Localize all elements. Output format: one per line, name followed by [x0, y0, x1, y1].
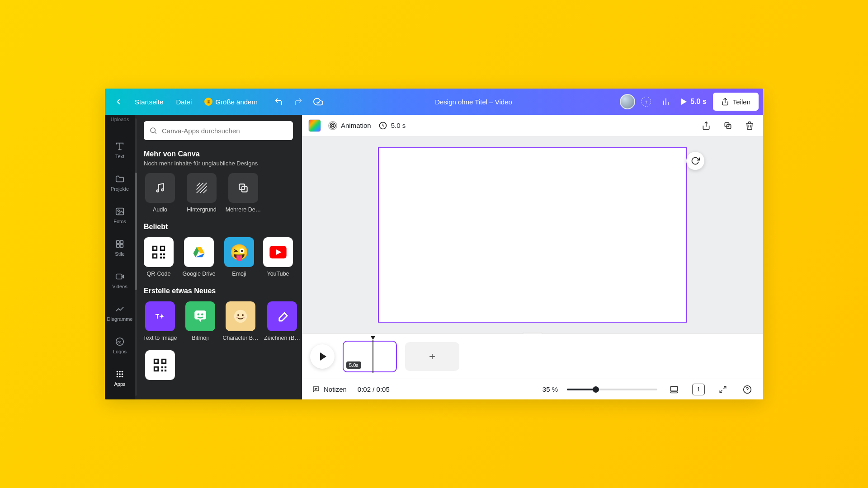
tile-qr[interactable]: QR-Code: [144, 237, 174, 277]
tile-gdrive[interactable]: Google Drive: [183, 237, 215, 277]
svg-rect-8: [117, 241, 119, 244]
tile-draw[interactable]: Zeichnen (B…: [266, 301, 298, 341]
tile-bitmoji[interactable]: Bitmoji: [185, 301, 215, 341]
svg-point-23: [119, 376, 121, 378]
file-button[interactable]: Datei: [170, 93, 197, 111]
svg-point-52: [197, 313, 199, 315]
svg-point-18: [122, 371, 123, 373]
context-bar: Animation 5.0 s: [302, 115, 763, 136]
svg-point-25: [151, 128, 156, 133]
tile-tti[interactable]: T✦ Text to Image: [144, 301, 176, 341]
notes-icon: [312, 385, 320, 394]
animation-button[interactable]: Animation: [328, 121, 371, 130]
playhead-line[interactable]: [373, 340, 373, 373]
panel-scrollbar[interactable]: [135, 118, 137, 396]
redo-button[interactable]: [289, 93, 307, 111]
animation-label: Animation: [341, 122, 371, 129]
svg-point-27: [156, 190, 158, 192]
svg-rect-6: [116, 208, 124, 215]
rail-logos[interactable]: co. Logos: [105, 329, 135, 361]
delete-page-button[interactable]: [742, 118, 757, 133]
stage[interactable]: ⌄: [302, 136, 763, 333]
svg-rect-43: [163, 253, 165, 255]
avatar[interactable]: [620, 94, 635, 109]
svg-rect-45: [163, 257, 165, 258]
rail-uploads[interactable]: Uploads: [105, 116, 135, 134]
crown-icon: ♛: [204, 98, 212, 106]
nav-rail: Uploads Text Projekte Fotos Stile Videos: [105, 115, 135, 399]
chart-icon: [114, 304, 125, 314]
help-button[interactable]: [740, 382, 755, 397]
preview-play-button[interactable]: 5.0 s: [677, 98, 711, 106]
background-color-button[interactable]: [308, 119, 321, 132]
add-clip-button[interactable]: +: [405, 342, 459, 371]
svg-marker-54: [199, 319, 202, 322]
main: Uploads Text Projekte Fotos Stile Videos: [105, 115, 763, 399]
fullscreen-button[interactable]: [715, 382, 731, 397]
grid-view-button[interactable]: [666, 382, 682, 397]
doc-title[interactable]: Design ohne Titel – Video: [329, 98, 618, 106]
tile-background-label: Hintergrund: [187, 206, 216, 213]
cloud-sync-icon[interactable]: [309, 93, 327, 111]
export-page-button[interactable]: [699, 118, 713, 133]
rail-text[interactable]: Text: [105, 134, 135, 166]
back-button[interactable]: [109, 93, 127, 111]
search-field[interactable]: [144, 121, 293, 140]
tile-qr-2[interactable]: [144, 350, 176, 380]
play-icon: [681, 99, 687, 105]
tti-icon: T✦: [145, 301, 175, 331]
page-number: 1: [692, 384, 705, 395]
svg-rect-65: [155, 368, 158, 371]
time-indicator: 0:02 / 0:05: [358, 385, 390, 393]
undo-button[interactable]: [269, 93, 288, 111]
tile-audio[interactable]: Audio: [144, 173, 176, 213]
share-button[interactable]: Teilen: [713, 93, 759, 111]
playhead-marker[interactable]: [371, 336, 375, 340]
palette-icon: [114, 239, 125, 249]
tile-character[interactable]: Character B…: [224, 301, 257, 341]
svg-point-56: [237, 314, 239, 316]
rail-apps[interactable]: Apps: [105, 361, 135, 394]
rail-styles[interactable]: Stile: [105, 231, 135, 264]
rail-videos-label: Videos: [112, 284, 127, 289]
refresh-button[interactable]: [686, 152, 704, 170]
more-row: Audio Hintergrund Mehrere De…: [144, 173, 293, 213]
tile-background[interactable]: Hintergrund: [185, 173, 218, 213]
svg-rect-69: [165, 370, 166, 371]
tile-multidesign[interactable]: Mehrere De…: [227, 173, 259, 213]
text-icon: [114, 141, 125, 152]
page-indicator[interactable]: 1: [691, 382, 706, 397]
timeline-clip[interactable]: 5.0s: [343, 341, 397, 372]
svg-point-7: [118, 210, 119, 211]
tile-youtube[interactable]: YouTube: [263, 237, 293, 277]
audio-icon: [145, 173, 175, 203]
duplicate-page-button[interactable]: [721, 118, 735, 133]
timeline-play-button[interactable]: [310, 344, 335, 369]
tile-tti-label: Text to Image: [143, 335, 177, 341]
svg-line-30: [197, 183, 203, 190]
home-button[interactable]: Startseite: [129, 93, 169, 111]
svg-line-33: [203, 190, 207, 193]
rail-videos[interactable]: Videos: [105, 264, 135, 296]
insights-button[interactable]: [657, 93, 675, 111]
more-title: Mehr von Canva: [144, 150, 293, 158]
svg-point-59: [243, 317, 245, 319]
svg-line-26: [155, 132, 156, 133]
canvas-page[interactable]: [378, 147, 687, 323]
tile-character-label: Character B…: [222, 335, 258, 341]
svg-point-16: [117, 371, 118, 373]
video-icon: [114, 271, 125, 282]
rail-projects[interactable]: Projekte: [105, 166, 135, 199]
zoom-slider[interactable]: [567, 389, 657, 390]
rail-photos[interactable]: Fotos: [105, 199, 135, 231]
add-member-button[interactable]: +: [637, 93, 655, 111]
duration-button[interactable]: 5.0 s: [378, 121, 406, 130]
play-icon: [320, 352, 326, 361]
zoom-label: 35 %: [542, 385, 558, 393]
resize-button[interactable]: ♛ Größe ändern: [199, 93, 263, 111]
rail-charts[interactable]: Diagramme: [105, 296, 135, 329]
search-input[interactable]: [162, 127, 288, 135]
tile-emoji[interactable]: 😜 Emoji: [224, 237, 254, 277]
notes-button[interactable]: Notizen: [310, 382, 349, 397]
copy-icon: [228, 173, 258, 203]
